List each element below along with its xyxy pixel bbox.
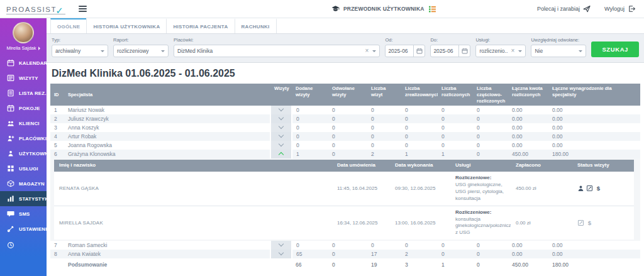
calendar-icon <box>7 59 14 67</box>
cell-value: 0 <box>473 114 508 123</box>
cell-value: 0 <box>401 241 438 250</box>
cell-value: 0 <box>367 123 401 132</box>
settings-tools-icon <box>7 225 14 233</box>
toggle-visits-button[interactable] <box>270 250 292 258</box>
clear-icon[interactable]: × <box>511 48 515 54</box>
cell-value: 0 <box>328 114 367 123</box>
sidebar-item-użytkownicy[interactable]: UŻYTKOWNICY <box>0 146 47 161</box>
svg-text:$: $ <box>597 185 601 192</box>
column-header-łączne-wynagrodzenie-dla-specjalisty: Łączne wynagrodzenie dla specjalisty <box>548 84 640 106</box>
sidebar-item-label: USTAWIENIA <box>19 226 50 232</box>
cell-value: 0 <box>328 141 367 150</box>
sidebar-item-label: USŁUGI <box>19 166 38 172</box>
include-cancelled-select[interactable]: Nie <box>531 45 586 57</box>
avatar[interactable] <box>13 22 34 43</box>
performed-date: 13:00, 16.06.2025 <box>390 206 450 240</box>
calendar-icon[interactable] <box>458 45 470 57</box>
services-select[interactable]: rozliczenio.. × <box>475 45 526 57</box>
cell-value: 0.00 <box>548 106 640 114</box>
sidebar-item-magazyn[interactable]: MAGAZYN <box>0 176 47 191</box>
tab-historia-pacjenta[interactable]: HISTORIA PACJENTA <box>166 18 235 33</box>
date-from-input[interactable]: 2025-06 <box>385 45 425 57</box>
cell-value: 0 <box>328 241 367 250</box>
toggle-visits-button[interactable] <box>270 123 292 132</box>
clients-icon <box>7 119 14 127</box>
toggle-visits-button[interactable] <box>270 150 292 158</box>
detail-header-row: Imię i nazwiskoData umówieniaData wykona… <box>54 160 634 172</box>
chevron-down-icon <box>279 124 284 129</box>
cell-value: 0 <box>328 106 367 114</box>
facility-select[interactable]: DizMed Klinika × <box>174 45 380 57</box>
sidebar-item-pokoje[interactable]: POKOJE <box>0 101 47 116</box>
cell-value: 0 <box>292 141 328 150</box>
patient-name: RENATA GĄSKA <box>54 172 332 206</box>
chevron-up-icon <box>279 152 284 157</box>
sidebar-item-history[interactable] <box>0 238 47 253</box>
sidebar-item-label: POKOJE <box>19 106 40 111</box>
search-button[interactable]: SZUKAJ <box>591 41 639 57</box>
sidebar-item-sms[interactable]: SMS <box>0 206 47 221</box>
toggle-visits-button[interactable] <box>270 132 292 141</box>
specialist-row: 5Joanna Rogowska0000000.000.00 <box>50 141 640 150</box>
sidebar-item-wizyty[interactable]: WIZYTY <box>0 70 47 86</box>
sms-chat-icon <box>7 210 14 218</box>
column-header-usługi: Usługi <box>450 160 511 172</box>
report-filter-label: Raport: <box>113 37 169 43</box>
column-header-liczba-wizyt: Liczba wizyt <box>367 84 401 106</box>
specialist-row: 7Roman Samecki0000000.000.00 <box>50 241 640 250</box>
user-menu[interactable]: Mirella Sajdak <box>0 45 47 51</box>
sidebar-item-placówki[interactable]: PLACÓWKI <box>0 131 47 146</box>
sidebar-item-ustawienia[interactable]: USTAWIENIA <box>0 221 47 236</box>
cell-value: 17 <box>367 250 401 258</box>
note-icon[interactable] <box>577 219 584 226</box>
row-id: 8 <box>50 250 64 258</box>
toggle-visits-button[interactable] <box>270 114 292 123</box>
summary-row: Podsumowanie66019310450.00180.00 <box>50 258 640 271</box>
sidebar-item-usługi[interactable]: USŁUGI <box>0 161 47 176</box>
rooms-calendar-icon <box>7 104 14 112</box>
user-guide-link[interactable]: PRZEWODNIK UŻYTKOWNIKA <box>343 6 425 12</box>
note-icon[interactable] <box>586 185 593 192</box>
type-select[interactable]: archiwalny <box>52 45 108 57</box>
sidebar-item-kalendarz[interactable]: KALENDARZ <box>0 55 47 70</box>
row-id: 6 <box>50 150 64 158</box>
cell-value: 0 <box>473 150 508 158</box>
calendar-icon[interactable] <box>413 45 425 57</box>
sidebar-item-lista-rez[interactable]: LISTA REZ. <box>0 86 47 101</box>
tab-rachunki[interactable]: RACHUNKI <box>235 18 277 33</box>
column-header-odwołane-wizyty: Odwołane wizyty <box>328 84 367 106</box>
specialist-row: 3Anna Koszyk0000000.000.00 <box>50 123 640 132</box>
column-header-dodane-wizyty: Dodane wizyty <box>292 84 328 106</box>
cell-value: 0 <box>438 114 473 123</box>
logout-link[interactable]: Wyloguj <box>604 5 635 13</box>
toggle-visits-button[interactable] <box>270 241 292 250</box>
services-group-label: Rozliczeniowe: <box>455 209 506 215</box>
tab-historia-użytkownika[interactable]: HISTORIA UŻYTKOWNIKA <box>86 18 167 33</box>
sidebar-item-klienci[interactable]: KLIENCI <box>0 116 47 131</box>
cell-value: 2 <box>401 250 438 258</box>
summary-label: Podsumowanie <box>64 258 270 271</box>
scheduled-date: 16:34, 12.06.2025 <box>332 206 390 240</box>
date-to-input[interactable]: 2025-06 <box>430 45 470 57</box>
toggle-visits-button[interactable] <box>270 141 292 150</box>
column-header-data-wykonania: Data wykonania <box>390 160 450 172</box>
sidebar: Mirella Sajdak KALENDARZWIZYTYLISTA REZ.… <box>0 18 47 276</box>
report-select[interactable]: rozliczeniowy <box>113 45 169 57</box>
sidebar-item-statystyki[interactable]: STATYSTYKI <box>0 191 47 206</box>
visit-status: $ <box>572 206 634 240</box>
specialist-name: Roman Samecki <box>64 241 270 250</box>
tab-ogólne[interactable]: OGÓLNE <box>50 18 87 33</box>
paid-amount: 0.00 zł <box>511 206 572 240</box>
sidebar-item-label: KLIENCI <box>19 121 40 126</box>
chevron-down-icon <box>279 106 284 111</box>
refer-and-earn-link[interactable]: Polecaj i zarabiaj <box>537 5 591 13</box>
menu-hamburger-icon[interactable] <box>77 3 89 15</box>
toggle-visits-button[interactable] <box>270 106 292 114</box>
clear-icon[interactable]: × <box>365 48 369 54</box>
cell-value: 0.00 <box>548 250 640 258</box>
cell-value: 0 <box>367 241 401 250</box>
paid-amount: 450.00 zł <box>511 172 572 206</box>
visits-detail-table: Imię i nazwiskoData umówieniaData wykona… <box>54 160 634 240</box>
specialist-name: Juliusz Krawczyk <box>64 114 270 123</box>
column-header-liczba-rozliczonych: Liczba rozliczonych <box>438 84 473 106</box>
